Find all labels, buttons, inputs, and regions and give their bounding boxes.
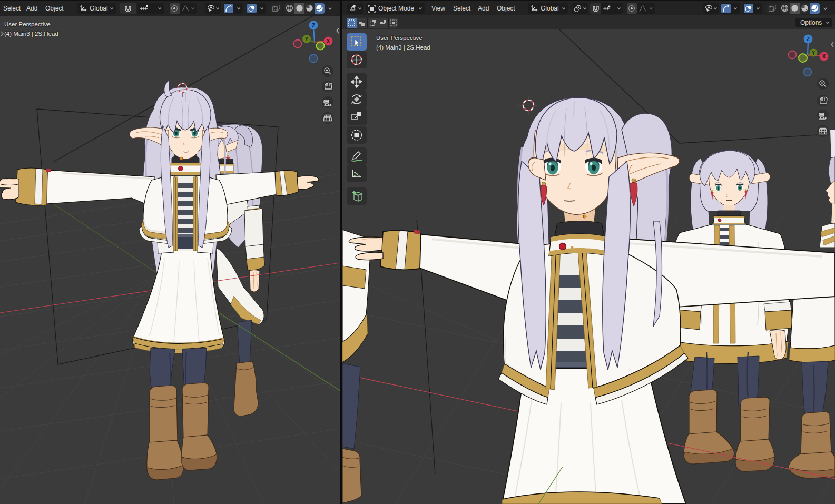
svg-text:(4) Main3 | 2S.Head: (4) Main3 | 2S.Head <box>376 44 430 51</box>
svg-text:User Perspective: User Perspective <box>4 21 51 27</box>
svg-text:Z: Z <box>312 23 315 28</box>
svg-text:Z: Z <box>807 36 810 42</box>
svg-text:Y: Y <box>305 36 309 42</box>
svg-text:X: X <box>327 38 330 44</box>
svg-text:X: X <box>822 54 826 60</box>
svg-text:(4) Main3 | 2S.Head: (4) Main3 | 2S.Head <box>4 31 58 37</box>
svg-text:User Perspective: User Perspective <box>376 35 423 41</box>
svg-text:Y: Y <box>812 50 816 56</box>
